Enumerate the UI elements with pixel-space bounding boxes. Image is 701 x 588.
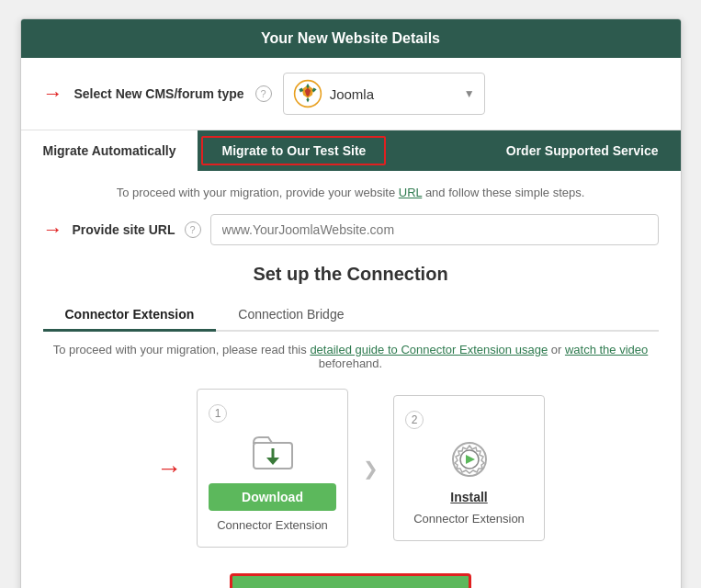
page-header: Your New Website Details [21, 19, 681, 58]
download-button[interactable]: Download [209, 483, 336, 511]
download-folder-icon [250, 430, 296, 476]
download-icon-area [250, 430, 296, 476]
joomla-logo-icon [293, 79, 322, 108]
url-input[interactable] [210, 214, 659, 245]
content-area: To proceed with your migration, provide … [21, 171, 681, 588]
header-title: Your New Website Details [261, 30, 440, 46]
tab-migrate-test-site[interactable]: Migrate to Our Test Site [201, 136, 386, 165]
watch-video-link[interactable]: watch the video [565, 343, 648, 356]
sub-tab-connector-extension[interactable]: Connector Extension [43, 300, 217, 332]
step-separator-icon: ❯ [363, 458, 379, 480]
step-2-number: 2 [405, 411, 424, 429]
step-install-card: 2 Install Connector Extension [393, 395, 545, 541]
url-arrow-icon: → [43, 218, 63, 242]
steps-row: → 1 Download Connector Extension [43, 389, 659, 548]
step-1-number: 1 [209, 404, 227, 423]
chevron-down-icon: ▼ [464, 87, 475, 100]
tab-order-supported[interactable]: Order Supported Service [484, 130, 681, 171]
svg-marker-3 [266, 458, 279, 465]
verify-connection-button[interactable]: Verify Connection [230, 573, 470, 588]
help-icon[interactable]: ? [255, 85, 272, 102]
setup-heading: Set up the Connection [253, 264, 447, 284]
sub-tab-connection-bridge[interactable]: Connection Bridge [216, 300, 366, 332]
arrow-icon: → [43, 82, 63, 106]
step-download-card: 1 Download Connector Extension [197, 389, 348, 548]
info-text: To proceed with your migration, provide … [43, 186, 659, 199]
tab-migrate-automatically[interactable]: Migrate Automatically [21, 130, 198, 171]
svg-marker-6 [466, 455, 475, 464]
url-row: → Provide site URL ? [43, 214, 659, 245]
url-help-icon[interactable]: ? [185, 221, 201, 238]
install-gear-icon [447, 436, 492, 482]
install-step-label: Connector Extension [413, 512, 525, 526]
cms-selected-value: Joomla [330, 86, 457, 102]
steps-arrow-icon: → [156, 454, 182, 483]
guide-link[interactable]: detailed guide to Connector Extension us… [310, 343, 548, 356]
setup-heading-container: Set up the Connection [43, 264, 659, 285]
cms-label: Select New CMS/forum type [74, 86, 244, 101]
sub-tabs: Connector Extension Connection Bridge [43, 300, 659, 332]
guide-text: To proceed with your migration, please r… [43, 343, 659, 370]
url-label: Provide site URL [73, 222, 175, 237]
download-step-label: Connector Extension [217, 518, 328, 532]
tabs-bar: Migrate Automatically Migrate to Our Tes… [21, 130, 681, 171]
verify-row: Verify Connection [43, 573, 659, 588]
cms-row: → Select New CMS/forum type ? Joomla ▼ [21, 58, 681, 130]
install-icon-area [447, 436, 492, 482]
cms-select[interactable]: Joomla ▼ [283, 73, 485, 115]
main-container: Your New Website Details → Select New CM… [20, 18, 682, 588]
install-button[interactable]: Install [450, 490, 487, 504]
